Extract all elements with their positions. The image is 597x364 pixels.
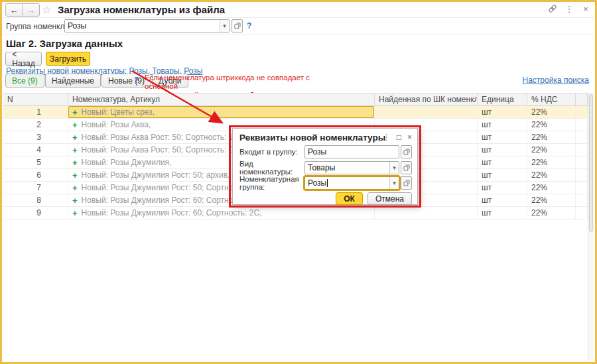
tab-new[interactable]: Новые (9) (101, 74, 151, 88)
cell-unit[interactable]: шт (478, 194, 527, 206)
annotation-line1: Если номенклатура штрихкода не совпадает… (145, 74, 310, 90)
cell-n[interactable]: 5 (3, 156, 68, 168)
cell-spacer (576, 169, 588, 181)
cell-unit[interactable]: шт (478, 106, 527, 118)
cell-unit[interactable]: шт (478, 144, 527, 156)
nomenclature-kind-open-button[interactable] (401, 161, 412, 174)
cell-spacer (576, 131, 588, 143)
cell-name[interactable]: +Новый: Розы Джумилия Рост: 60; Сортност… (68, 207, 375, 219)
parent-group-input[interactable]: Розы (304, 145, 399, 158)
cell-vat[interactable]: 22% (527, 156, 576, 168)
cell-vat[interactable]: 22% (527, 182, 576, 194)
open-form-icon (234, 23, 241, 29)
cancel-button[interactable]: Отмена (367, 192, 412, 205)
divider (2, 17, 595, 18)
step-heading: Шаг 2. Загрузка данных (6, 38, 123, 49)
cell-n[interactable]: 7 (3, 182, 68, 194)
cell-unit[interactable]: шт (478, 156, 527, 168)
nomenclature-kind-input[interactable]: Товары▾ (304, 161, 399, 174)
cell-n[interactable]: 4 (3, 144, 68, 156)
back-button[interactable]: < Назад (5, 52, 42, 66)
dialog-close-icon[interactable]: × (407, 133, 412, 142)
new-item-plus-icon: + (72, 196, 78, 205)
new-item-plus-icon: + (72, 108, 78, 117)
nomenclature-group-open-button[interactable] (401, 176, 412, 190)
cell-n[interactable]: 9 (3, 207, 68, 219)
scrollbar-thumb[interactable] (589, 94, 593, 232)
cell-spacer (576, 106, 588, 118)
cell-spacer (576, 194, 588, 206)
tab-all[interactable]: Все (9) (5, 74, 44, 88)
table-header-row: N Номенклатура, Артикул Найденная по ШК … (3, 93, 588, 106)
new-item-plus-icon: + (72, 121, 78, 129)
load-button[interactable]: Загрузить (46, 52, 90, 66)
search-settings-link[interactable]: Настройка поиска (523, 76, 589, 85)
more-menu-icon[interactable]: ⋮ (564, 4, 574, 13)
chevron-down-icon[interactable]: ▾ (389, 162, 399, 174)
parent-group-open-button[interactable] (401, 145, 412, 158)
chevron-down-icon[interactable]: ▾ (220, 20, 229, 32)
cell-unit[interactable]: шт (478, 131, 527, 143)
back-arrow-button[interactable]: ← (6, 4, 23, 16)
chevron-down-icon[interactable]: ▾ (389, 177, 399, 189)
vertical-scrollbar[interactable] (588, 93, 594, 361)
ok-button[interactable]: ОК (336, 192, 363, 205)
group-help-icon[interactable]: ? (247, 21, 251, 30)
get-link-icon[interactable] (548, 4, 557, 13)
cell-n[interactable]: 1 (3, 106, 68, 118)
window-close-icon[interactable]: × (581, 4, 590, 13)
header-found[interactable]: Найденная по ШК номенклатура (375, 93, 478, 105)
table-row[interactable]: 9 +Новый: Розы Джумилия Рост: 60; Сортно… (3, 207, 588, 219)
cell-unit[interactable]: шт (478, 207, 527, 219)
field-label-nomgroup: Номенклатурная группа: (239, 175, 304, 191)
cell-vat[interactable]: 22% (527, 194, 576, 206)
cell-unit[interactable]: шт (478, 169, 527, 181)
dialog-more-menu-icon[interactable]: ⋮ (383, 133, 391, 142)
header-vat[interactable]: % НДС (527, 93, 576, 105)
dialog-maximize-icon[interactable]: □ (397, 133, 401, 142)
group-combo-input[interactable]: Розы ▾ (64, 19, 230, 32)
table-row[interactable]: 1 +Новый: Цветы срез, шт 22% (3, 106, 588, 119)
cell-unit[interactable]: шт (478, 119, 527, 131)
left-arrow-icon: ← (10, 5, 19, 15)
cell-spacer (576, 182, 588, 194)
tab-found[interactable]: Найденные (45, 74, 101, 88)
header-spacer (576, 93, 588, 105)
cell-found[interactable] (375, 207, 478, 219)
header-name[interactable]: Номенклатура, Артикул (68, 93, 375, 105)
new-item-plus-icon: + (72, 133, 78, 142)
header-unit[interactable]: Единица (478, 93, 527, 105)
app-window: ← → ☆ Загрузка номенклатуры из файла ⋮ ×… (0, 0, 597, 364)
cell-vat[interactable]: 22% (527, 207, 576, 219)
new-item-plus-icon: + (72, 209, 78, 217)
divider (2, 34, 595, 34)
header-n[interactable]: N (3, 93, 68, 105)
open-form-icon (403, 149, 410, 155)
page-title: Загрузка номенклатуры из файла (58, 4, 225, 15)
cell-n[interactable]: 6 (3, 169, 68, 181)
cell-unit[interactable]: шт (478, 182, 527, 194)
cell-vat[interactable]: 22% (527, 131, 576, 143)
new-item-plus-icon: + (72, 158, 78, 167)
favorite-star-icon[interactable]: ☆ (42, 3, 51, 16)
cell-vat[interactable]: 22% (527, 144, 576, 156)
cell-vat[interactable]: 22% (527, 106, 576, 118)
text-cursor (327, 179, 328, 187)
right-arrow-icon: → (27, 5, 35, 15)
cell-name[interactable]: +Новый: Цветы срез, (68, 106, 375, 118)
cell-n[interactable]: 2 (3, 119, 68, 131)
nomenclature-group-input[interactable]: Розы▾ (304, 176, 399, 190)
cell-vat[interactable]: 22% (527, 169, 576, 181)
new-item-plus-icon: + (72, 146, 78, 154)
group-open-button[interactable] (232, 19, 243, 32)
cell-vat[interactable]: 22% (527, 119, 576, 131)
field-nomenclature-group: Розы▾ (304, 176, 412, 190)
new-item-plus-icon: + (72, 184, 78, 192)
cell-found[interactable] (375, 106, 478, 118)
cell-n[interactable]: 3 (3, 131, 68, 143)
cell-n[interactable]: 8 (3, 194, 68, 206)
open-form-icon (403, 164, 410, 171)
tabs-help-icon[interactable]: ? (134, 76, 139, 85)
group-combo-value: Розы (65, 20, 220, 32)
forward-arrow-button[interactable]: → (23, 4, 39, 16)
